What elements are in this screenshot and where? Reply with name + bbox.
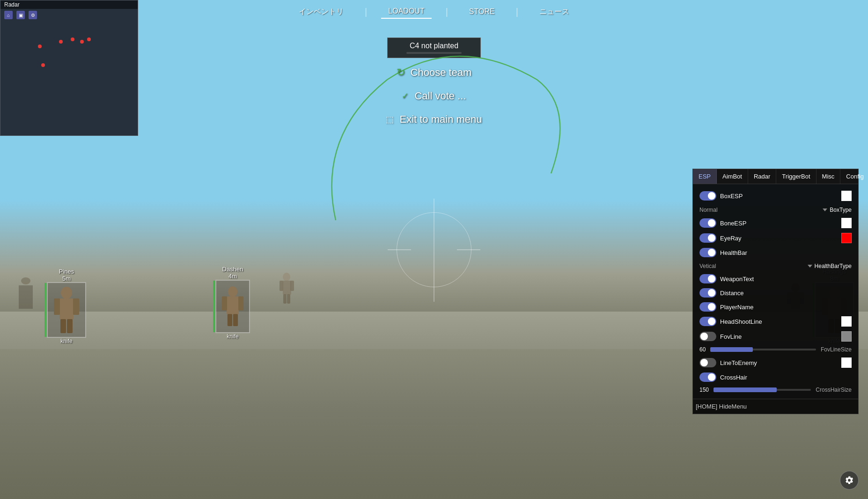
distance-label: Distance [720,290,852,297]
player-figure-pines [48,283,85,337]
tab-triggerbot[interactable]: TriggerBot [776,169,816,184]
player-name-dashen: Dashen [222,266,243,273]
svg-rect-13 [283,281,291,295]
svg-rect-2 [54,298,60,315]
settings-icon [845,476,854,485]
healthbartype-dropdown[interactable]: HealthBarType [808,263,852,269]
player-card-dashen: Dashen 4m knife [215,266,250,340]
crosshairsize-fill [714,387,777,392]
player-shadow-pines [19,277,33,310]
fovlinesize-value: 60 [699,346,706,353]
boxesp-toggle[interactable] [699,191,716,201]
tab-radar[interactable]: Radar [748,169,776,184]
crosshair-vertical [434,199,434,302]
eyeray-color[interactable] [841,233,852,243]
svg-rect-14 [280,281,283,291]
fovlinesize-row: 60 FovLineSize [697,344,854,355]
headshootline-color[interactable] [841,316,852,327]
player-name-pines: Pines [59,268,74,275]
esp-row-fovline: FovLine [697,329,854,343]
c4-progress-bar [406,52,462,54]
boneesp-toggle[interactable] [699,218,716,228]
nav-divider-1: | [365,7,367,17]
esp-panel: ESP AimBot Radar TriggerBot Misc Config … [692,169,859,414]
crosshair-toggle-knob [708,373,715,381]
nav-item-news[interactable]: ニュース [532,5,576,19]
menu-item-exit[interactable]: ⬚ Exit to main menu [340,108,528,131]
svg-rect-17 [287,294,290,304]
weapontext-label: WeaponText [720,276,852,283]
eyeray-toggle-knob [708,234,715,242]
radar-dot [80,40,84,44]
player-dist-pines: 5m [62,275,71,282]
choose-team-icon: ↻ [397,67,405,79]
esp-row-boxesp: BoxESP [697,189,854,203]
linetoenemy-toggle-knob [700,359,708,366]
tab-aimbot[interactable]: AimBot [717,169,748,184]
svg-rect-10 [228,314,232,326]
health-bar-fill-dashen [213,281,215,332]
tab-config[interactable]: Config [840,169,868,184]
svg-rect-15 [290,281,294,291]
menu-item-call-vote[interactable]: ✓ Call vote ... [340,84,528,108]
health-bar-bg-dashen [213,281,215,332]
crosshair-toggle[interactable] [699,372,716,382]
esp-row-linetoenemy: LineToEnemy [697,356,854,370]
headshootline-toggle[interactable] [699,317,716,326]
svg-rect-5 [67,319,73,333]
esp-row-eyeray: EyeRay [697,231,854,245]
call-vote-icon: ✓ [402,91,409,101]
player-img-pines [47,282,86,338]
crosshair-horizontal-right [457,249,480,250]
c4-status-bar: C4 not planted [387,37,481,58]
boxtype-label: BoxType [830,207,852,213]
tab-esp[interactable]: ESP [693,169,717,184]
linetoenemy-color[interactable] [841,357,852,368]
fovlinesize-track[interactable] [710,349,816,350]
crosshairsize-track[interactable] [714,389,811,391]
linetoenemy-label: LineToEnemy [720,359,839,366]
crosshair-horizontal-left [388,249,411,250]
esp-row-weapontext: WeaponText [697,272,854,285]
boxtype-value-label: Normal [699,207,718,213]
health-bar-bg-pines [44,283,47,337]
player-weapon-dashen: knife [227,333,238,340]
linetoenemy-toggle[interactable] [699,358,716,367]
boneesp-color[interactable] [841,218,852,228]
fovlinesize-fill [710,347,752,352]
menu-item-choose-team[interactable]: ↻ Choose team [340,61,528,84]
crosshair [397,212,471,287]
boxesp-color[interactable] [841,191,852,201]
fovline-toggle[interactable] [699,332,716,341]
call-vote-label: Call vote ... [414,90,466,102]
nav-item-loadout[interactable]: LOADOUT [381,5,431,19]
crosshair-label: CrossHair [720,374,852,381]
playername-toggle[interactable] [699,302,716,312]
nav-item-inventory[interactable]: インベントリ [292,5,351,19]
healthbar-toggle[interactable] [699,248,716,257]
boxtype-arrow [823,209,827,211]
svg-rect-16 [283,294,287,304]
fovline-toggle-knob [700,333,708,340]
boxesp-toggle-knob [708,192,715,200]
weapontext-toggle[interactable] [699,274,716,283]
esp-row-headshootline: HeadShootLine [697,314,854,328]
healthbar-toggle-knob [708,249,715,256]
boxtype-dropdown[interactable]: BoxType [823,207,852,213]
eyeray-toggle[interactable] [699,233,716,243]
crosshairsize-value: 150 [699,387,709,393]
radar-dot [87,37,91,41]
fovline-color[interactable] [841,331,852,342]
boxesp-label: BoxESP [720,193,839,200]
svg-rect-11 [233,314,238,326]
hide-menu-button[interactable]: [HOME] HideMenu [693,399,858,414]
esp-row-playername: PlayerName [697,300,854,313]
svg-rect-8 [222,297,227,311]
fovline-label: FovLine [720,333,839,340]
settings-button[interactable] [840,471,859,490]
nav-item-store[interactable]: STORE [462,5,502,18]
crosshairsize-label: CrossHairSize [816,387,852,393]
headshootline-toggle-knob [708,318,715,325]
distance-toggle[interactable] [699,288,716,298]
tab-misc[interactable]: Misc [817,169,841,184]
